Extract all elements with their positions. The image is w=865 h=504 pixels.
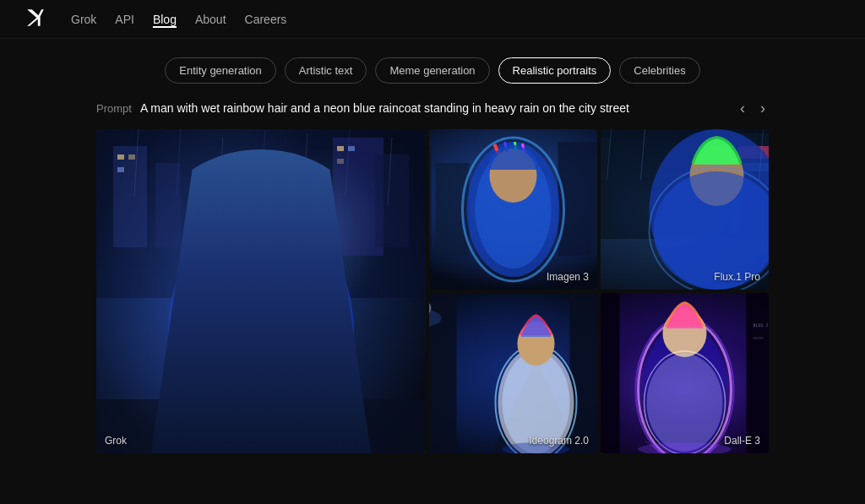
svg-point-20 <box>168 209 354 453</box>
svg-rect-10 <box>337 146 344 151</box>
svg-rect-29 <box>96 399 426 453</box>
svg-line-14 <box>177 129 181 197</box>
svg-rect-46 <box>601 138 612 239</box>
image-dalle3[interactable]: BLDG 22 ENTER Dall-E 3 <box>601 293 769 453</box>
svg-rect-1 <box>96 129 426 453</box>
ideogram2-label: Ideogram 2.0 <box>529 435 589 447</box>
nav-blog[interactable]: Blog <box>153 11 177 28</box>
image-ideogram2[interactable]: Ideogram 2.0 <box>429 293 597 453</box>
nav-arrows: ‹ › <box>737 99 769 117</box>
dalle3-label: Dall-E 3 <box>724 435 760 447</box>
svg-point-23 <box>217 199 305 304</box>
svg-line-17 <box>303 133 307 201</box>
svg-point-30 <box>177 404 345 429</box>
prev-arrow[interactable]: ‹ <box>737 99 748 117</box>
pill-entity-generation[interactable]: Entity generation <box>165 57 276 84</box>
svg-line-28 <box>279 247 280 264</box>
svg-line-16 <box>261 129 265 197</box>
svg-rect-8 <box>128 154 135 160</box>
svg-rect-3 <box>113 146 147 247</box>
svg-line-19 <box>388 138 392 205</box>
pill-meme-generation[interactable]: Meme generation <box>375 57 489 84</box>
svg-point-25 <box>270 248 286 260</box>
svg-text:BLDG 22: BLDG 22 <box>753 322 770 328</box>
nav-about[interactable]: About <box>195 11 226 28</box>
pill-celebrities[interactable]: Celebrities <box>619 57 699 84</box>
nav-careers[interactable]: Careers <box>245 11 287 28</box>
nav-links: Grok API Blog About Careers <box>71 11 286 28</box>
svg-rect-2 <box>96 129 426 298</box>
svg-rect-11 <box>348 146 355 151</box>
filter-bar: Entity generation Artistic text Meme gen… <box>0 39 865 99</box>
image-imagen3[interactable]: Imagen 3 <box>429 129 597 290</box>
svg-point-22 <box>202 264 261 366</box>
svg-rect-0 <box>96 129 426 453</box>
flux1pro-label: Flux.1 Pro <box>714 271 760 283</box>
grok-label: Grok <box>105 435 127 447</box>
pill-realistic-portraits[interactable]: Realistic portraits <box>498 57 612 84</box>
svg-line-13 <box>134 129 139 197</box>
svg-rect-33 <box>436 163 470 256</box>
svg-point-24 <box>237 248 252 260</box>
prompt-text: A man with wet rainbow hair and a neon b… <box>140 101 723 115</box>
nav-api[interactable]: API <box>115 11 134 28</box>
svg-line-26 <box>238 247 240 264</box>
svg-rect-71 <box>601 293 620 453</box>
svg-point-21 <box>177 218 345 446</box>
image-flux1pro[interactable]: Flux.1 Pro <box>601 129 769 290</box>
svg-point-79 <box>647 354 723 452</box>
svg-rect-60 <box>570 293 598 453</box>
image-grok[interactable]: Grok <box>96 129 426 453</box>
svg-rect-6 <box>375 154 409 247</box>
pill-artistic-text[interactable]: Artistic text <box>285 57 367 84</box>
svg-line-18 <box>345 129 350 197</box>
svg-rect-12 <box>337 159 344 164</box>
svg-rect-32 <box>429 146 432 256</box>
logo[interactable] <box>24 6 47 33</box>
next-arrow[interactable]: › <box>757 99 769 117</box>
svg-rect-5 <box>333 138 384 256</box>
svg-rect-9 <box>117 167 124 172</box>
prompt-row: Prompt A man with wet rainbow hair and a… <box>0 99 865 117</box>
imagen3-label: Imagen 3 <box>547 271 589 283</box>
svg-line-27 <box>259 246 261 263</box>
svg-rect-7 <box>117 154 124 160</box>
svg-text:ENTER: ENTER <box>753 336 764 340</box>
navbar: Grok API Blog About Careers <box>0 0 865 39</box>
svg-rect-72 <box>747 293 770 453</box>
svg-rect-4 <box>155 163 181 247</box>
image-grid: Grok <box>0 129 865 453</box>
svg-rect-35 <box>592 159 598 256</box>
svg-line-15 <box>219 138 223 205</box>
nav-grok[interactable]: Grok <box>71 11 96 28</box>
prompt-label: Prompt <box>96 102 132 115</box>
